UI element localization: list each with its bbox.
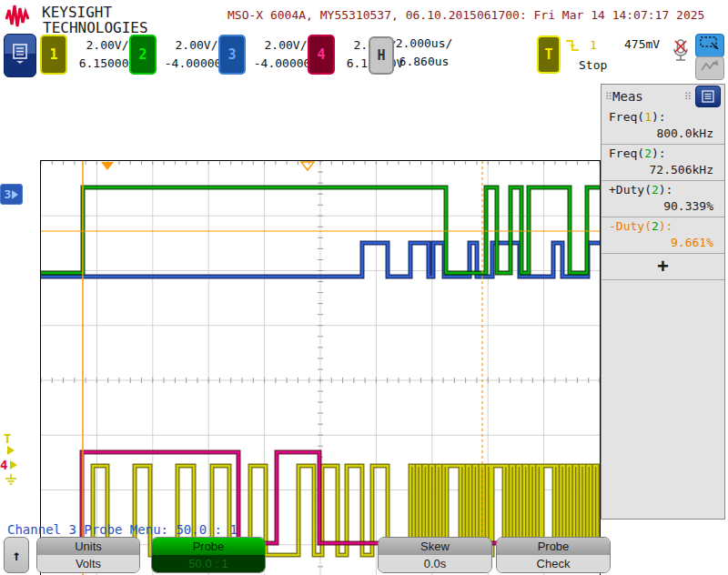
softkey-probe-3[interactable]: ProbeCheck — [496, 537, 611, 573]
trigger-label: T — [537, 35, 561, 74]
menu-icon — [11, 44, 29, 67]
meas-item-value: 9.661% — [609, 236, 717, 252]
dashed-box-select-icon — [699, 35, 721, 55]
trigger-edge-icon — [565, 38, 580, 53]
softkey-value: 50.0 : 1 — [152, 555, 265, 572]
meas-item-2[interactable]: +Duty(2):90.339% — [602, 181, 724, 217]
softkey-value: 0.0s — [379, 555, 491, 572]
ch4-position-arrow-icon — [10, 460, 17, 469]
graticule[interactable] — [40, 160, 601, 575]
zoom-select-tool-button[interactable] — [695, 34, 724, 57]
meas-item-label: -Duty(2): — [609, 219, 717, 236]
up-arrow-icon: ↑ — [12, 547, 21, 564]
keysight-logo-icon — [5, 3, 38, 28]
horizontal-delay: 6.860us — [389, 53, 459, 71]
add-measurement-button[interactable]: + — [602, 254, 724, 280]
measurements-panel: ⠿ Meas ⠿ Freq(1):800.0kHzFreq(2):72.506k… — [601, 84, 725, 520]
back-button[interactable]: ↑ — [4, 537, 29, 573]
meas-item-label: Freq(2): — [609, 146, 717, 163]
main-menu-button[interactable] — [4, 34, 36, 77]
channel-4-button[interactable]: 4 — [308, 35, 335, 75]
channel-3-group: 32.00V/-4.00000V — [218, 35, 321, 75]
softkey-skew-2[interactable]: Skew0.0s — [378, 537, 492, 573]
waveform-arrow-icon — [699, 58, 721, 78]
channel-3-button[interactable]: 3 — [218, 35, 246, 75]
meas-item-0[interactable]: Freq(1):800.0kHz — [602, 108, 724, 145]
meas-item-label: Freq(1): — [609, 110, 717, 126]
softkey-value: Check — [497, 555, 610, 572]
meas-item-value: 90.339% — [609, 199, 717, 216]
trigger-level-marker[interactable]: T — [4, 431, 11, 446]
ch3-ground-marker[interactable]: 3 — [0, 184, 23, 205]
waveform-drag-tool-button[interactable] — [695, 56, 724, 80]
menu-icon — [701, 90, 715, 103]
softkey-units-0[interactable]: UnitsVolts — [36, 537, 140, 573]
horizontal-scale: 2.000us/ — [389, 35, 459, 53]
meas-item-1[interactable]: Freq(2):72.506kHz — [602, 145, 724, 181]
softkey-label: Skew — [379, 538, 491, 555]
ch3-marker-arrow-icon — [12, 190, 18, 199]
time-reference-marker-icon — [301, 162, 314, 170]
softkey-value: Volts — [37, 555, 139, 572]
meas-menu-button[interactable] — [695, 86, 721, 107]
ch1-ground-icon — [5, 472, 17, 489]
trigger-position-marker-icon — [101, 162, 114, 170]
meas-item-label: +Duty(2): — [609, 183, 717, 199]
trigger-button[interactable]: T — [537, 35, 561, 74]
meas-item-3[interactable]: -Duty(2):9.661% — [602, 217, 724, 254]
softkey-label: Probe — [152, 538, 265, 555]
model-status-line: MSO-X 6004A, MY55310537, 06.10.201506170… — [228, 8, 704, 22]
softkey-label: Units — [37, 538, 139, 555]
trigger-source: 1 — [590, 38, 597, 52]
waveform-display-area: 3 T 4 — [0, 80, 601, 520]
channel-2-button[interactable]: 2 — [129, 35, 157, 75]
channel-1-button[interactable]: 1 — [40, 35, 67, 75]
meas-item-value: 72.506kHz — [609, 163, 717, 179]
trigger-level: 475mV — [624, 37, 660, 51]
meas-panel-title: Meas — [612, 89, 643, 104]
meas-item-value: 800.0kHz — [609, 126, 717, 143]
ch1-position-marker[interactable] — [7, 446, 15, 455]
ch3-marker-label: 3 — [5, 187, 12, 201]
ch4-marker-label[interactable]: 4 — [0, 458, 7, 472]
horizontal-readout: 2.000us/ 6.860us — [389, 35, 459, 71]
channel-1-group: 12.00V/6.15000V — [40, 35, 143, 75]
trigger-mode: Stop — [579, 58, 607, 72]
softkey-label: Probe — [497, 538, 610, 555]
microphone-muted-icon[interactable] — [672, 38, 690, 75]
softkey-probe-1[interactable]: Probe50.0 : 1 — [151, 537, 266, 573]
drag-handle-left-icon[interactable]: ⠿ — [605, 91, 612, 103]
drag-handle-right-icon[interactable]: ⠿ — [684, 91, 692, 103]
meas-panel-header[interactable]: ⠿ Meas ⠿ — [602, 85, 724, 108]
channel-2-group: 22.00V/-4.00000V — [129, 35, 232, 75]
meas-items: Freq(1):800.0kHzFreq(2):72.506kHz+Duty(2… — [602, 108, 724, 254]
oscilloscope-screen: { "brand": {"name": "KEYSIGHT", "sub": "… — [0, 0, 728, 575]
softkey-menu-title: Channel 3 Probe Menu: 50.0 : 1 — [7, 522, 238, 537]
